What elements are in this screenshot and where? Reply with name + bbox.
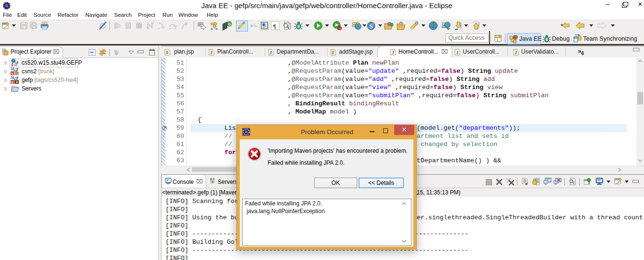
svg-text:J: J [16, 68, 18, 72]
svg-text:M: M [11, 76, 14, 80]
svg-text:¶: ¶ [273, 23, 276, 30]
svg-text:J: J [269, 50, 272, 55]
svg-text:J: J [16, 76, 18, 80]
svg-text:J: J [210, 50, 212, 55]
svg-text:J: J [456, 50, 458, 55]
svg-text:G: G [228, 22, 231, 26]
svg-text:J: J [16, 60, 18, 65]
svg-text:J: J [392, 50, 394, 55]
svg-text:✱: ✱ [16, 80, 19, 84]
svg-text:M: M [11, 67, 14, 71]
svg-text:J: J [515, 50, 517, 55]
